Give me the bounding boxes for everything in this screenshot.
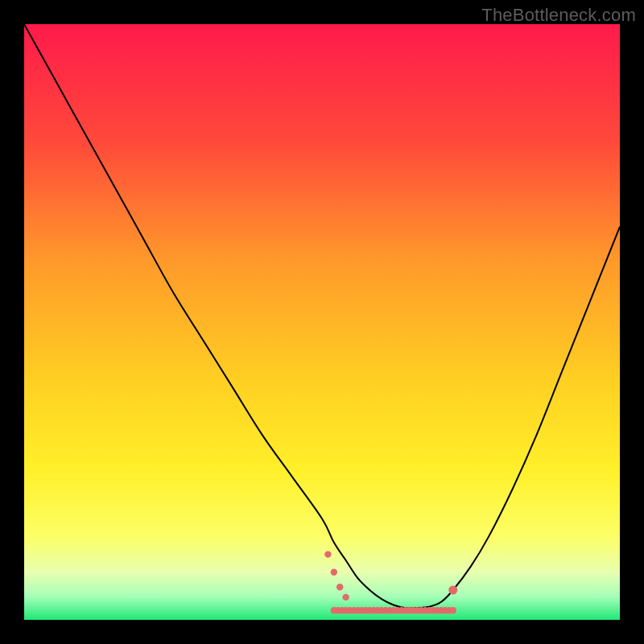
gradient-rect <box>24 24 620 620</box>
valley-dot <box>336 584 343 590</box>
chart-frame: TheBottleneck.com <box>0 0 644 644</box>
valley-dot <box>324 551 331 557</box>
valley-dot <box>450 607 456 613</box>
valley-end-dot <box>448 586 457 595</box>
valley-dot <box>342 594 349 601</box>
bottleneck-chart <box>24 24 620 620</box>
valley-dot <box>331 569 337 576</box>
watermark-text: TheBottleneck.com <box>481 5 636 26</box>
